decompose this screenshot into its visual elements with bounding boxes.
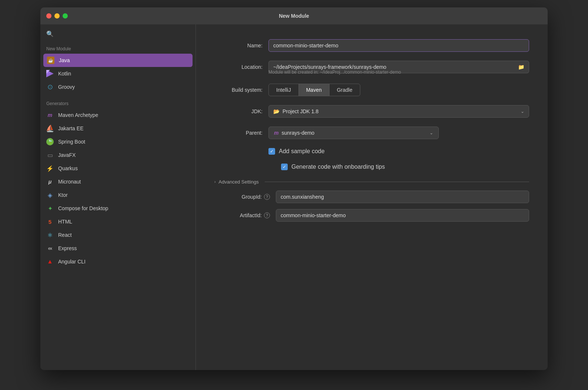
jdk-row: JDK: 📂 Project JDK 1.8 ⌄ — [214, 105, 529, 118]
sidebar-item-label-express: Express — [58, 245, 77, 251]
group-id-label: GroupId: — [242, 194, 262, 200]
express-icon: ex — [46, 245, 54, 252]
name-input[interactable] — [268, 39, 529, 52]
generate-onboarding-label: Generate code with onboarding tips — [291, 164, 385, 170]
jdk-chevron-icon: ⌄ — [521, 109, 524, 114]
sidebar-item-angular-cli[interactable]: ▲ Angular CLI — [40, 255, 196, 268]
sidebar-item-label-javafx: JavaFX — [58, 152, 76, 158]
maximize-button[interactable] — [63, 13, 68, 19]
jdk-value: Project JDK 1.8 — [283, 108, 318, 114]
parent-dropdown-content: m sunrays-demo — [274, 130, 314, 136]
parent-row: Parent: m sunrays-demo ⌄ — [214, 127, 529, 139]
artifact-id-label: ArtifactId: — [240, 212, 262, 218]
advanced-settings-label: Advanced Settings — [218, 179, 258, 185]
quarkus-icon: ⚡ — [46, 165, 54, 172]
minimize-button[interactable] — [54, 13, 60, 19]
advanced-settings-header: › Advanced Settings — [214, 179, 529, 185]
group-id-help-icon[interactable]: ? — [264, 194, 270, 200]
sidebar-item-groovy[interactable]: ⊙ Groovy — [40, 80, 196, 94]
build-btn-intellij[interactable]: IntelliJ — [269, 84, 299, 96]
maven-icon: m — [46, 111, 54, 119]
sidebar-item-jakarta-ee[interactable]: ⛵ Jakarta EE — [40, 122, 196, 135]
sidebar-item-java[interactable]: ☕ Java — [43, 54, 193, 67]
traffic-lights — [46, 13, 68, 19]
group-id-label-wrap: GroupId: ? — [225, 194, 270, 200]
new-module-section-label: New Module — [40, 43, 196, 54]
group-id-row: GroupId: ? — [225, 191, 529, 203]
advanced-settings-section: › Advanced Settings GroupId: ? — [214, 179, 529, 222]
sidebar-item-ktor[interactable]: ◈ Ktor — [40, 188, 196, 202]
sidebar-item-label-jakarta: Jakarta EE — [58, 125, 83, 131]
sidebar-item-micronaut[interactable]: μ Micronaut — [40, 175, 196, 188]
sidebar-item-label-compose: Compose for Desktop — [58, 205, 108, 211]
parent-dropdown[interactable]: m sunrays-demo ⌄ — [268, 127, 439, 139]
jdk-folder-icon: 📂 — [273, 108, 280, 114]
artifact-id-help-icon[interactable]: ? — [264, 212, 270, 218]
sidebar-items: New Module ☕ Java — [40, 43, 196, 364]
artifact-id-label-wrap: ArtifactId: ? — [225, 212, 270, 218]
artifact-id-row: ArtifactId: ? — [225, 209, 529, 222]
location-label: Location: — [214, 64, 263, 70]
sidebar-item-maven-archetype[interactable]: m Maven Archetype — [40, 108, 196, 122]
kotlin-icon — [46, 70, 54, 77]
name-label: Name: — [214, 43, 263, 48]
sidebar-item-label-maven: Maven Archetype — [58, 112, 98, 118]
sidebar: 🔍 New Module ☕ Java — [40, 24, 196, 370]
build-btn-gradle[interactable]: Gradle — [330, 84, 360, 96]
jdk-dropdown-content: 📂 Project JDK 1.8 — [273, 108, 318, 114]
sidebar-item-label-ktor: Ktor — [58, 192, 68, 198]
parent-maven-icon: m — [274, 130, 278, 136]
parent-label: Parent: — [214, 130, 263, 136]
sidebar-item-react[interactable]: ⚛ React — [40, 228, 196, 242]
react-icon: ⚛ — [46, 231, 54, 239]
sidebar-item-express[interactable]: ex Express — [40, 242, 196, 255]
advanced-chevron-icon[interactable]: › — [214, 180, 216, 184]
sidebar-item-label-java: Java — [59, 57, 70, 63]
main-panel: Name: Location: 📁 Module will be created… — [196, 24, 548, 370]
javafx-icon: ▭ — [46, 151, 54, 159]
angular-icon: ▲ — [46, 258, 54, 265]
window-title: New Module — [279, 13, 309, 19]
name-row: Name: — [214, 39, 529, 52]
compose-icon: ✦ — [46, 205, 54, 212]
build-system-group: IntelliJ Maven Gradle — [268, 84, 360, 96]
micronaut-icon: μ — [46, 178, 54, 185]
jdk-dropdown[interactable]: 📂 Project JDK 1.8 ⌄ — [268, 105, 529, 118]
build-system-row: Build system: IntelliJ Maven Gradle — [214, 84, 529, 96]
generators-section-label: Generators — [40, 98, 196, 108]
parent-chevron-icon: ⌄ — [430, 130, 433, 135]
html-icon: 5 — [46, 218, 54, 225]
add-sample-code-checkbox[interactable]: ✓ — [268, 148, 275, 155]
sidebar-item-label-quarkus: Quarkus — [58, 165, 78, 171]
jakarta-icon: ⛵ — [46, 125, 54, 132]
sidebar-item-label-kotlin: Kotlin — [58, 71, 71, 77]
sidebar-item-label-groovy: Groovy — [58, 84, 75, 90]
sidebar-item-compose-desktop[interactable]: ✦ Compose for Desktop — [40, 202, 196, 215]
sidebar-item-label-spring: Spring Boot — [58, 139, 85, 145]
build-system-label: Build system: — [214, 87, 263, 93]
sidebar-item-html[interactable]: 5 HTML — [40, 215, 196, 228]
artifact-id-input[interactable] — [276, 209, 529, 222]
add-sample-code-label: Add sample code — [279, 148, 325, 155]
sidebar-item-spring-boot[interactable]: 🍃 Spring Boot — [40, 135, 196, 148]
jdk-label: JDK: — [214, 108, 263, 114]
sidebar-item-label-html: HTML — [58, 219, 72, 225]
titlebar: New Module — [40, 7, 548, 24]
sidebar-item-label-micronaut: Micronaut — [58, 179, 81, 185]
build-btn-maven[interactable]: Maven — [299, 84, 330, 96]
spring-icon: 🍃 — [46, 138, 54, 145]
ktor-icon: ◈ — [46, 191, 54, 199]
java-icon: ☕ — [47, 57, 54, 64]
generate-onboarding-checkbox[interactable]: ✓ — [281, 164, 288, 170]
sidebar-item-label-react: React — [58, 232, 72, 238]
add-sample-code-row: ✓ Add sample code — [268, 148, 529, 155]
close-button[interactable] — [46, 13, 51, 19]
sidebar-item-javafx[interactable]: ▭ JavaFX — [40, 148, 196, 162]
group-id-input[interactable] — [276, 191, 529, 203]
parent-value: sunrays-demo — [281, 130, 314, 136]
sidebar-item-kotlin[interactable]: Kotlin — [40, 67, 196, 80]
sidebar-item-label-angular: Angular CLI — [58, 259, 86, 265]
groovy-icon: ⊙ — [46, 83, 54, 91]
sidebar-item-quarkus[interactable]: ⚡ Quarkus — [40, 162, 196, 175]
location-hint: Module will be created in: ~/IdeaProj...… — [268, 70, 529, 75]
